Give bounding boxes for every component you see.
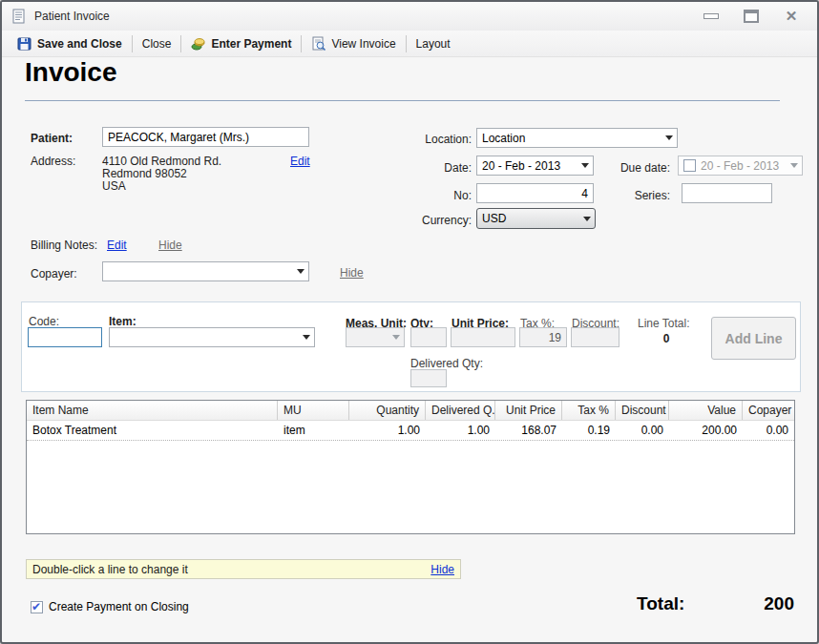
- copayer-hide-link[interactable]: Hide: [340, 266, 364, 280]
- close-button[interactable]: ✕: [779, 8, 804, 25]
- maximize-icon: [744, 10, 759, 23]
- address-label: Address:: [31, 155, 75, 168]
- copayer-label: Copayer:: [31, 267, 77, 280]
- date-label: Date:: [412, 161, 472, 175]
- col-unit-price[interactable]: Unit Price: [495, 401, 562, 420]
- table-row[interactable]: Botox Treatment item 1.00 1.00 168.07 0.…: [27, 421, 794, 441]
- view-invoice-button[interactable]: View Invoice: [304, 33, 403, 54]
- due-date-select[interactable]: 20 - Feb - 2013: [678, 156, 803, 176]
- add-line-button[interactable]: Add Line: [711, 317, 796, 360]
- view-invoice-label: View Invoice: [331, 37, 395, 51]
- create-payment-label: Create Payment on Closing: [49, 600, 189, 613]
- invoice-no-value: 4: [581, 187, 588, 200]
- due-date-checkbox[interactable]: [683, 159, 696, 172]
- line-total-label: Line Total:: [638, 317, 690, 330]
- total-value: 200: [723, 593, 794, 614]
- currency-value: USD: [482, 212, 579, 225]
- cell-discount: 0.00: [616, 421, 669, 440]
- save-and-close-button[interactable]: Save and Close: [10, 33, 130, 54]
- address-edit-link[interactable]: Edit: [290, 155, 310, 168]
- code-input[interactable]: [28, 327, 102, 347]
- document-icon: [11, 9, 27, 24]
- chevron-down-icon: [665, 135, 673, 140]
- save-and-close-label: Save and Close: [37, 37, 122, 51]
- hint-hide-link[interactable]: Hide: [430, 563, 454, 576]
- hint-bar: Double-click a line to change it Hide: [26, 559, 461, 579]
- create-payment-option[interactable]: Create Payment on Closing: [31, 600, 189, 613]
- billing-notes-edit-link[interactable]: Edit: [107, 239, 127, 252]
- cell-mu: item: [278, 421, 349, 440]
- col-item-name[interactable]: Item Name: [27, 401, 278, 420]
- chevron-down-icon: [581, 163, 589, 168]
- patient-invoice-window: Patient Invoice ✕ Save and Close Close: [0, 0, 819, 644]
- qty-input[interactable]: [410, 327, 447, 347]
- billing-notes-label: Billing Notes:: [31, 239, 97, 252]
- enter-payment-label: Enter Payment: [211, 37, 291, 51]
- tax-value: 19: [549, 331, 561, 344]
- col-discount[interactable]: Discount: [616, 401, 669, 420]
- col-copayer-share[interactable]: Copayer S...: [743, 401, 794, 420]
- address-line-1: 4110 Old Redmond Rd.: [102, 155, 221, 168]
- currency-select[interactable]: USD: [476, 208, 596, 229]
- address-line-3: USA: [102, 179, 126, 193]
- billing-notes-hide-link[interactable]: Hide: [158, 239, 182, 252]
- invoice-no-input[interactable]: 4: [476, 183, 594, 203]
- cell-delivered-qty: 1.00: [426, 421, 495, 440]
- layout-label: Layout: [416, 37, 451, 51]
- chevron-down-icon: [790, 163, 798, 168]
- enter-payment-button[interactable]: Enter Payment: [183, 33, 299, 54]
- create-payment-checkbox[interactable]: [31, 601, 43, 613]
- cell-quantity: 1.00: [349, 421, 426, 440]
- due-date-value: 20 - Feb - 2013: [701, 159, 787, 173]
- currency-label: Currency:: [408, 214, 472, 227]
- toolbar-separator: [406, 35, 407, 52]
- toolbar-separator: [180, 35, 181, 52]
- location-select[interactable]: Location: [476, 128, 678, 148]
- copayer-select[interactable]: [102, 261, 309, 281]
- table-header-row: Item Name MU Quantity Delivered Q... Uni…: [27, 401, 794, 421]
- chevron-down-icon: [303, 335, 310, 340]
- col-mu[interactable]: MU: [278, 401, 349, 420]
- cell-unit-price: 168.07: [495, 421, 562, 440]
- location-value: Location: [482, 132, 662, 145]
- patient-input[interactable]: PEACOCK, Margaret (Mrs.): [102, 127, 309, 147]
- code-label: Code:: [29, 315, 59, 328]
- discount-input[interactable]: [571, 327, 620, 347]
- close-icon: ✕: [786, 8, 798, 25]
- item-label: Item:: [109, 315, 136, 328]
- minimize-button[interactable]: [699, 8, 724, 25]
- item-select[interactable]: [109, 327, 315, 347]
- close-toolbar-button[interactable]: Close: [135, 33, 179, 54]
- toolbar-separator: [301, 35, 302, 52]
- address-line-2: Redmond 98052: [102, 167, 187, 180]
- series-input[interactable]: [682, 183, 772, 203]
- payment-coins-icon: [191, 36, 206, 52]
- meas-unit-select[interactable]: [346, 327, 405, 347]
- maximize-button[interactable]: [739, 8, 764, 25]
- chevron-down-icon: [392, 335, 400, 340]
- title-bar: Patient Invoice ✕: [2, 2, 817, 31]
- location-label: Location:: [402, 133, 472, 146]
- layout-button[interactable]: Layout: [409, 33, 458, 54]
- line-total-value: 0: [638, 332, 695, 345]
- col-value[interactable]: Value: [669, 401, 743, 420]
- title-divider: [25, 100, 780, 101]
- col-quantity[interactable]: Quantity: [349, 401, 426, 420]
- add-line-label: Add Line: [725, 331, 783, 346]
- col-delivered-qty[interactable]: Delivered Q...: [426, 401, 495, 420]
- unit-price-input[interactable]: [451, 327, 515, 347]
- toolbar-separator: [132, 35, 133, 52]
- delivered-qty-input[interactable]: [410, 369, 447, 387]
- cell-item-name: Botox Treatment: [27, 421, 278, 440]
- col-tax[interactable]: Tax %: [562, 401, 616, 420]
- minimize-icon: [704, 13, 719, 19]
- chevron-down-icon: [297, 269, 304, 274]
- cell-tax: 0.19: [562, 421, 616, 440]
- close-label: Close: [142, 37, 172, 51]
- date-value: 20 - Feb - 2013: [482, 159, 578, 173]
- patient-label: Patient:: [31, 132, 73, 145]
- tax-input[interactable]: 19: [519, 327, 567, 347]
- date-select[interactable]: 20 - Feb - 2013: [476, 156, 594, 176]
- invoice-lines-table: Item Name MU Quantity Delivered Q... Uni…: [26, 400, 795, 534]
- cell-copayer-share: 0.00: [743, 421, 794, 440]
